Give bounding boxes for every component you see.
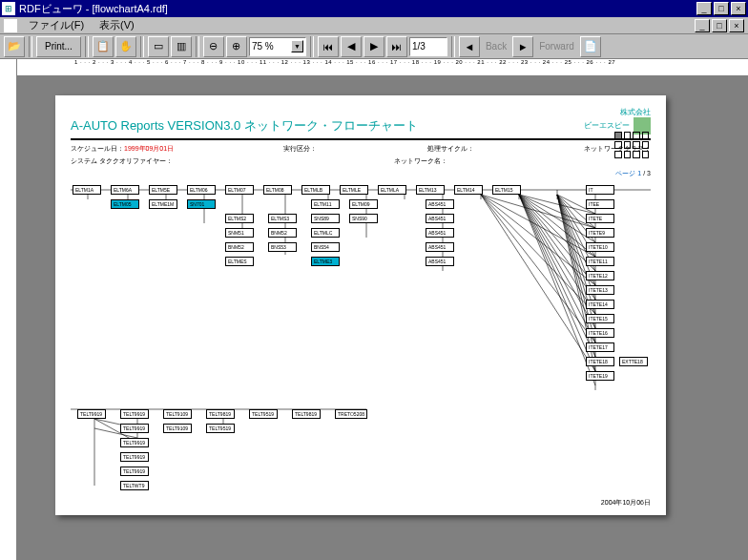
- flowchart-node: ITETE12: [586, 271, 614, 280]
- workspace: 1 · · · 2 · · · 3 · · · 4 · · · 5 · · · …: [0, 59, 748, 560]
- flowchart-node: SN701: [187, 199, 216, 209]
- info-button[interactable]: 📄: [580, 36, 601, 57]
- next-page-button[interactable]: ▶: [364, 36, 384, 57]
- window-title: RDFビューワ - [flowchartA4.rdf]: [19, 2, 696, 16]
- prev-page-button[interactable]: ◀: [341, 36, 362, 57]
- zoom-dropdown[interactable]: 75 %: [249, 37, 306, 56]
- minimize-button[interactable]: _: [696, 2, 712, 15]
- flowchart-lines: [71, 180, 651, 486]
- flowchart-node: TRETO5208: [335, 409, 367, 419]
- document-page: A-AUTO Reports VERSION3.0 ネットワーク・フローチャート…: [55, 95, 666, 515]
- flowchart-node: IT: [586, 185, 614, 195]
- canvas-area[interactable]: A-AUTO Reports VERSION3.0 ネットワーク・フローチャート…: [17, 76, 748, 560]
- flowchart-node: ELTMLC: [311, 228, 340, 238]
- flowchart-node: ELTMS2: [225, 214, 254, 223]
- flowchart-node: ELTME3: [311, 257, 340, 266]
- zoom-out-button[interactable]: ⊖: [203, 36, 224, 57]
- flowchart-node: ITETE18: [586, 357, 614, 366]
- zoom-in-button[interactable]: ⊕: [226, 36, 247, 57]
- flowchart-node: ITETE13: [586, 285, 614, 295]
- flowchart-node: ELTM09: [349, 199, 378, 209]
- open-button[interactable]: 📂: [4, 36, 25, 57]
- app-icon: ⊞: [2, 2, 15, 15]
- single-page-button[interactable]: ▭: [148, 36, 169, 57]
- flowchart-node: ABS451: [426, 242, 454, 252]
- menu-view[interactable]: 表示(V): [92, 18, 142, 32]
- flowchart-node: TELT9109: [163, 409, 192, 419]
- flowchart-node: ABS451: [426, 257, 454, 266]
- flowchart-node: BNM52: [268, 228, 297, 238]
- page-counter: ページ 1 / 3: [71, 169, 651, 178]
- flowchart-node: TELT9819: [206, 409, 235, 419]
- toolbar: 📂 Print... 📋 ✋ ▭ ▥ ⊖ ⊕ 75 % ⏮ ◀ ▶ ⏭ ◄ Ba…: [0, 34, 748, 59]
- forward-nav-button[interactable]: ►: [512, 36, 533, 57]
- close-button[interactable]: ×: [731, 2, 746, 15]
- back-label: Back: [482, 41, 510, 52]
- maximize-button[interactable]: □: [714, 2, 729, 15]
- flowchart-node: ELTMLE: [340, 185, 368, 195]
- flowchart-node: TELT9519: [206, 424, 235, 433]
- print-button[interactable]: Print...: [36, 36, 81, 57]
- svg-line-43: [481, 195, 595, 314]
- flowchart-node: TELT9919: [120, 409, 149, 419]
- page-grid-indicator: [613, 130, 651, 160]
- vertical-ruler: [0, 59, 17, 560]
- forward-label: Forward: [535, 41, 578, 52]
- flowchart-node: EXTTE18: [619, 357, 648, 366]
- flowchart-node: TELT9919: [120, 438, 149, 447]
- page-footer-date: 2004年10月06日: [601, 498, 651, 508]
- flowchart-node: ITETE15: [586, 314, 614, 323]
- flowchart-node: ELTM05: [111, 199, 139, 209]
- mdi-minimize-button[interactable]: _: [695, 19, 710, 32]
- flowchart-node: ITETE19: [586, 371, 614, 381]
- flowchart-node: ELTM13: [416, 185, 445, 195]
- back-nav-button[interactable]: ◄: [459, 36, 480, 57]
- flowchart-node: TELT9919: [77, 409, 106, 419]
- flowchart-node: ELTMS3: [268, 214, 297, 223]
- network-label: ネットワーク名：: [394, 156, 447, 166]
- horizontal-ruler: 1 · · · 2 · · · 3 · · · 4 · · · 5 · · · …: [17, 59, 748, 76]
- svg-line-42: [481, 195, 595, 285]
- svg-line-26: [519, 195, 595, 371]
- menu-file[interactable]: ファイル(F): [21, 18, 92, 32]
- cycle-label: 処理サイクル：: [427, 144, 474, 154]
- flowchart-node: SNM51: [225, 228, 254, 238]
- last-page-button[interactable]: ⏭: [386, 36, 407, 57]
- copy-button[interactable]: 📋: [93, 36, 114, 57]
- flowchart-node: TELT9919: [120, 452, 149, 462]
- flowchart-node: TELTWT9: [120, 481, 149, 490]
- first-page-button[interactable]: ⏮: [318, 36, 339, 57]
- mdi-maximize-button[interactable]: □: [712, 19, 727, 32]
- mdi-close-button[interactable]: ×: [729, 19, 744, 32]
- flowchart-node: SNS90: [349, 214, 378, 223]
- flowchart-node: ELTM6A: [111, 185, 139, 195]
- svg-line-22: [519, 195, 595, 314]
- flowchart-node: ELTM06: [187, 185, 216, 195]
- flowchart-node: ELTMLA: [378, 185, 406, 195]
- flowchart-node: ELTM11: [311, 199, 340, 209]
- flowchart-node: TELT9919: [120, 424, 149, 433]
- svg-line-25: [519, 195, 595, 357]
- flowchart-node: TELT9519: [249, 409, 278, 419]
- flowchart-node: BNM52: [225, 242, 254, 252]
- flowchart-node: ITETE11: [586, 257, 614, 266]
- flowchart: ELTM05 ELTME1M SN701 ELTMS2 ELTMS3 ELTM1…: [71, 180, 651, 486]
- flowchart-node: ELTM15: [492, 185, 521, 195]
- flowchart-node: ITETE17: [586, 342, 614, 352]
- flowchart-node: ELTM5E: [149, 185, 177, 195]
- flowchart-node: ELTME1M: [149, 199, 177, 209]
- hand-button[interactable]: ✋: [115, 36, 136, 57]
- flowchart-node: ABS451: [426, 214, 454, 223]
- svg-line-19: [519, 195, 595, 271]
- svg-line-41: [481, 195, 595, 257]
- flowchart-node: ITETE10: [586, 242, 614, 252]
- menubar: ファイル(F) 表示(V) _ □ ×: [0, 17, 748, 34]
- flowchart-node: ELTM07: [225, 185, 254, 195]
- flowchart-node: BNS54: [311, 242, 340, 252]
- flowchart-node: ELTMLB: [301, 185, 330, 195]
- multi-page-button[interactable]: ▥: [171, 36, 192, 57]
- flowchart-node: ABS451: [426, 199, 454, 209]
- flowchart-node: ITETE9: [586, 228, 614, 238]
- page-input[interactable]: [409, 37, 447, 56]
- flowchart-node: BNS53: [268, 242, 297, 252]
